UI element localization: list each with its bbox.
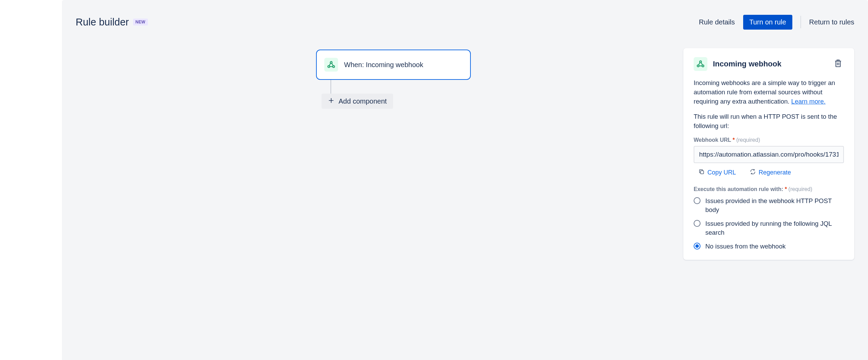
delete-button[interactable] [832,57,844,71]
webhook-url-input[interactable] [694,146,844,163]
panel-description-2: This rule will run when a HTTP POST is s… [694,112,844,131]
copy-url-button[interactable]: Copy URL [698,169,736,177]
rule-details-link[interactable]: Rule details [699,18,735,26]
radio-icon [694,220,701,227]
svg-rect-6 [701,171,704,174]
header-left: Rule builder NEW [76,17,148,28]
refresh-icon [750,169,756,177]
radio-option-no-issues[interactable]: No issues from the webhook [694,242,844,251]
header-actions: Rule details Turn on rule Return to rule… [699,15,854,30]
content-area: When: Incoming webhook Add component [62,34,868,260]
radio-icon [694,243,701,250]
svg-point-0 [330,62,332,63]
webhook-icon [694,57,707,71]
webhook-url-label: Webhook URL * (required) [694,137,844,143]
panel-description-1: Incoming webhooks are a simple way to tr… [694,78,844,106]
return-to-rules-link[interactable]: Return to rules [809,18,854,26]
execute-radio-group: Issues provided in the webhook HTTP POST… [694,197,844,251]
radio-option-post-body[interactable]: Issues provided in the webhook HTTP POST… [694,197,844,214]
copy-icon [698,169,705,177]
page-header: Rule builder NEW Rule details Turn on ru… [62,0,868,34]
panel-title: Incoming webhook [713,60,781,68]
trigger-card[interactable]: When: Incoming webhook [316,50,471,80]
learn-more-link[interactable]: Learn more. [791,98,826,105]
rule-canvas: When: Incoming webhook Add component [76,48,663,260]
new-badge: NEW [133,19,148,25]
page-title: Rule builder [76,17,129,28]
radio-option-jql[interactable]: Issues provided by running the following… [694,219,844,237]
panel-header: Incoming webhook [694,57,844,71]
url-actions: Copy URL Regenerate [694,169,844,177]
svg-point-3 [699,61,701,63]
add-component-label: Add component [339,97,387,105]
webhook-icon [324,58,338,72]
add-component-button[interactable]: Add component [322,94,393,109]
header-divider [801,16,801,28]
execute-label: Execute this automation rule with: * (re… [694,186,844,192]
connector-line [330,80,331,94]
plus-icon [328,97,335,105]
regenerate-button[interactable]: Regenerate [750,169,791,177]
trigger-label: When: Incoming webhook [344,61,423,69]
turn-on-rule-button[interactable]: Turn on rule [743,15,792,30]
radio-icon [694,197,701,204]
config-panel: Incoming webhook Incoming webhooks are a… [683,48,854,260]
